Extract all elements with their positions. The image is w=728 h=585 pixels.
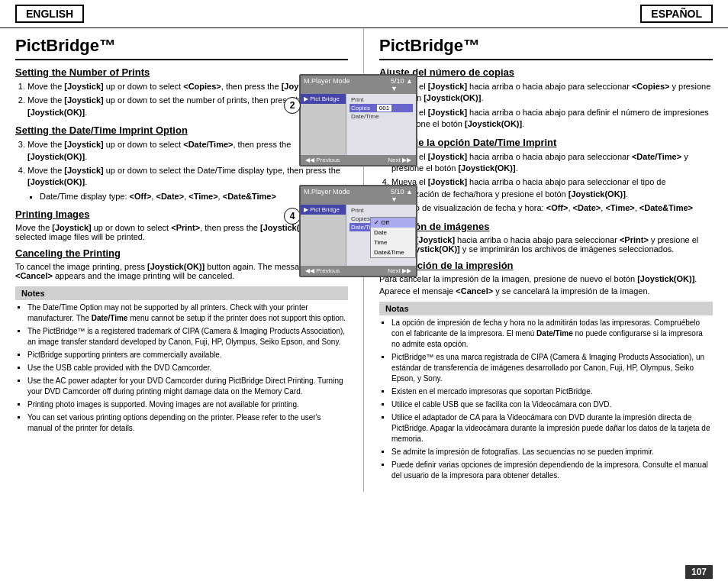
note-7: You can set various printing options dep…	[27, 412, 348, 434]
screen1-footer-next: Next ▶▶	[388, 157, 411, 163]
printing-body: Move the [Joystick] up or down to select…	[15, 223, 348, 241]
es-datetime-bullet: Tipo de visualización de fecha y hora: <…	[404, 202, 713, 214]
screen1-menu-pictbridge: ▶ Pict Bridge	[301, 94, 346, 104]
spanish-label: ESPAÑOL	[640, 5, 713, 23]
english-label: ENGLISH	[15, 5, 84, 23]
es-step-4: Mueva el [Joystick] hacia arriba o hacia…	[391, 176, 713, 214]
nota-1: La opción de impresión de fecha y hora n…	[391, 318, 713, 350]
notes-list: The Date/Time Option may not be supporte…	[15, 302, 348, 434]
screen2-footer-prev: ◀◀ Previous	[305, 267, 340, 274]
ajuste-numero-steps: Mueva el [Joystick] hacia arriba o hacia…	[379, 81, 713, 131]
screen2-menu-pictbridge: ▶ Pict Bridge	[301, 205, 346, 215]
screen2-header-left: M.Player Mode	[304, 188, 350, 203]
screen2-label: 4	[284, 208, 301, 225]
es-step-1: Mueva el [Joystick] hacia arriba o hacia…	[391, 81, 713, 105]
note-2: The PictBridge™ is a registered trademar…	[27, 326, 348, 347]
nota-2: PictBridge™ es una marca registrada de C…	[391, 352, 713, 384]
screen2-display: M.Player Mode 5/10 ▲▼ ▶ Pict Bridge Prin…	[299, 185, 417, 277]
notas-label: Notas	[379, 302, 713, 315]
dropdown-date: Date	[371, 228, 415, 238]
nota-7: Puede definir varias opciones de impresi…	[391, 460, 713, 481]
screen1-header-left: M.Player Mode	[304, 77, 350, 92]
left-title: PictBridge™	[15, 36, 348, 56]
cancelacion-body2: Aparece el mensaje <Cancel> y se cancela…	[379, 286, 713, 296]
cancelacion-body: Para cancelar la impresión de la imagen,…	[379, 274, 713, 283]
note-5: Use the AC power adapter for your DVD Ca…	[27, 376, 348, 397]
note-3: PictBridge supporting printers are comme…	[27, 350, 348, 360]
datetime-steps: Move the [Joystick] up or down to select…	[15, 139, 348, 202]
screen1-footer-prev: ◀◀ Previous	[305, 157, 340, 163]
impresion-body: Mueva el [Joystick] hacia arriba o hacia…	[379, 235, 713, 254]
note-6: Printing photo images is supported. Movi…	[27, 399, 348, 410]
page: ENGLISH ESPAÑOL PictBridge™ Setting the …	[0, 0, 728, 585]
header: ENGLISH ESPAÑOL	[0, 0, 728, 28]
screen1-menu: ▶ Pict Bridge	[301, 94, 346, 155]
page-number: 107	[685, 565, 713, 579]
section-ajuste-numero-heading: Ajuste del número de copias	[379, 66, 713, 78]
section-datetime-heading: Setting the Date/Time Imprint Option	[15, 124, 348, 136]
note-1: The Date/Time Option may not be supporte…	[27, 302, 348, 324]
es-step-3: Mueva el [Joystick] hacia arriba o hacia…	[391, 151, 713, 175]
ajuste-datetime-steps: Mueva el [Joystick] hacia arriba o hacia…	[379, 151, 713, 215]
section-ajuste-datetime-heading: Ajuste de la opción Date/Time Imprint	[379, 137, 713, 148]
screen-1: 2 M.Player Mode 5/10 ▲▼ ▶ Pict Bridge Pr…	[299, 74, 429, 166]
es-step-2: Mueva el [Joystick] hacia arriba o hacia…	[391, 107, 713, 131]
screen2-print: Print	[350, 206, 413, 215]
screen2-footer-next: Next ▶▶	[388, 267, 411, 274]
nota-3: Existen en el mercado impresoras que sop…	[391, 386, 713, 397]
section-canceling-heading: Canceling the Printing	[15, 247, 348, 259]
screen-2: 4 M.Player Mode 5/10 ▲▼ ▶ Pict Bridge Pr…	[299, 185, 429, 277]
screen1-label: 2	[284, 97, 301, 114]
canceling-body: To cancel the image printing, press [Joy…	[15, 262, 348, 280]
nota-6: Se admite la impresión de fotografías. L…	[391, 447, 713, 457]
screen2-body: ▶ Pict Bridge Print Copies Date/Time ✓ O…	[301, 205, 416, 266]
note-4: Use the USB cable provided with the DVD …	[27, 363, 348, 373]
screen1-footer: ◀◀ Previous Next ▶▶	[301, 155, 416, 165]
screen1-display: M.Player Mode 5/10 ▲▼ ▶ Pict Bridge Prin…	[299, 74, 417, 166]
section-cancelacion-heading: Cancelación de la impresión	[379, 260, 713, 271]
notas-list: La opción de impresión de fecha y hora n…	[379, 318, 713, 481]
notes-label: Notes	[15, 286, 348, 300]
device-area: 2 M.Player Mode 5/10 ▲▼ ▶ Pict Bridge Pr…	[299, 28, 429, 277]
dropdown-off: ✓ Off	[371, 218, 415, 228]
screen2-menu: ▶ Pict Bridge	[301, 205, 346, 266]
screen2-header-right: 5/10 ▲▼	[391, 188, 413, 203]
screen1-header-right: 5/10 ▲▼	[391, 77, 413, 92]
right-title: PictBridge™	[379, 36, 713, 56]
screen1-header: M.Player Mode 5/10 ▲▼	[301, 76, 416, 94]
screen1-body: ▶ Pict Bridge Print Copies 001 Date/Time	[301, 94, 416, 155]
dropdown-time: Time	[371, 238, 415, 247]
screen1-print: Print	[350, 95, 413, 104]
section-impresion-heading: Impresión de imágenes	[379, 221, 713, 232]
screen1-copies: Copies 001	[350, 104, 413, 112]
screen1-content: Print Copies 001 Date/Time	[346, 94, 416, 155]
section-setting-number-heading: Setting the Number of Prints	[15, 66, 348, 78]
dropdown-datetime: Date&Time	[371, 247, 415, 257]
nota-5: Utilice el adaptador de CA para la Video…	[391, 412, 713, 444]
nota-4: Utilice el cable USB que se facilita con…	[391, 399, 713, 410]
screen2-dropdown: ✓ Off Date Time Date&Time	[370, 217, 416, 258]
screen2-footer: ◀◀ Previous Next ▶▶	[301, 266, 416, 276]
screen2-header: M.Player Mode 5/10 ▲▼	[301, 186, 416, 205]
screen1-datetime: Date/Time	[350, 112, 413, 121]
